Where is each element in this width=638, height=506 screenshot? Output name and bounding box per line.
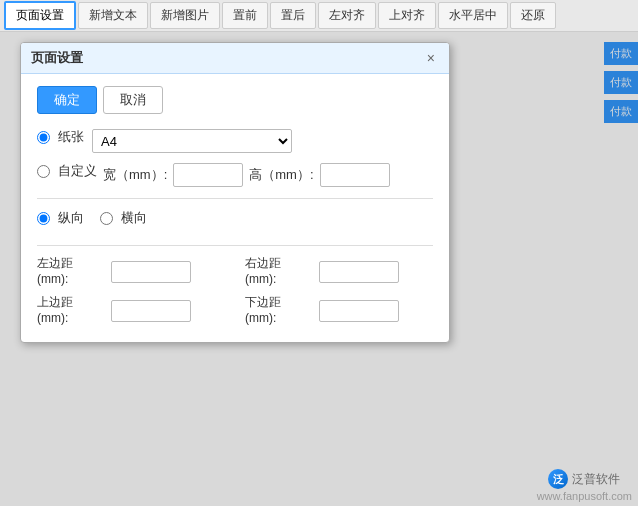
- custom-size-row: 自定义 宽（mm）: 高（mm）:: [37, 162, 433, 188]
- confirm-button[interactable]: 确定: [37, 86, 97, 114]
- landscape-label[interactable]: 横向: [100, 209, 147, 227]
- toolbar-btn-bring-front[interactable]: 置前: [222, 2, 268, 29]
- left-margin-input[interactable]: [111, 261, 191, 283]
- toolbar-btn-align-left[interactable]: 左对齐: [318, 2, 376, 29]
- modal-body: 确定 取消 纸张 A4 A3 B5: [21, 74, 449, 342]
- portrait-text: 纵向: [58, 209, 84, 227]
- cancel-button[interactable]: 取消: [103, 86, 163, 114]
- bottom-margin-field: 下边距(mm):: [245, 295, 433, 326]
- paper-label: 纸张: [58, 128, 84, 146]
- right-margin-input[interactable]: [319, 261, 399, 283]
- watermark-logo: 泛: [548, 469, 568, 489]
- divider-2: [37, 245, 433, 246]
- paper-preset-radio[interactable]: [37, 131, 50, 144]
- landscape-text: 横向: [121, 209, 147, 227]
- paper-section: 纸张 A4 A3 B5 Letter Legal: [37, 128, 433, 188]
- toolbar-btn-restore[interactable]: 还原: [510, 2, 556, 29]
- watermark-url: www.fanpusoft.com: [537, 490, 632, 502]
- portrait-radio[interactable]: [37, 212, 50, 225]
- paper-preset-row: 纸张 A4 A3 B5 Letter Legal: [37, 128, 433, 154]
- action-buttons: 确定 取消: [37, 86, 433, 114]
- main-area: 付款 付款 付款 页面设置 × 确定 取消: [0, 32, 638, 506]
- top-margin-input[interactable]: [111, 300, 191, 322]
- toolbar-btn-add-text[interactable]: 新增文本: [78, 2, 148, 29]
- landscape-radio[interactable]: [100, 212, 113, 225]
- paper-radio-label[interactable]: 纸张: [37, 128, 84, 146]
- width-label: 宽（mm）:: [103, 166, 167, 184]
- modal-header: 页面设置 ×: [21, 43, 449, 74]
- margins-grid: 左边距(mm): 右边距(mm): 上边距(mm):: [37, 256, 433, 326]
- orientation-row: 纵向 横向: [37, 209, 433, 235]
- bottom-margin-input[interactable]: [319, 300, 399, 322]
- custom-radio[interactable]: [37, 165, 50, 178]
- toolbar-btn-add-image[interactable]: 新增图片: [150, 2, 220, 29]
- toolbar-btn-center-horizontal[interactable]: 水平居中: [438, 2, 508, 29]
- toolbar-btn-align-top[interactable]: 上对齐: [378, 2, 436, 29]
- height-input[interactable]: [320, 163, 390, 187]
- page-setup-modal: 页面设置 × 确定 取消 纸张: [20, 42, 450, 343]
- modal-title: 页面设置: [31, 49, 83, 67]
- watermark: 泛 泛普软件 www.fanpusoft.com: [537, 469, 632, 502]
- custom-label: 自定义: [58, 162, 97, 180]
- top-margin-field: 上边距(mm):: [37, 295, 225, 326]
- custom-radio-label[interactable]: 自定义: [37, 162, 97, 180]
- bottom-margin-label: 下边距(mm):: [245, 295, 315, 326]
- toolbar-btn-page-setup[interactable]: 页面设置: [4, 1, 76, 30]
- toolbar: 页面设置 新增文本 新增图片 置前 置后 左对齐 上对齐 水平居中 还原: [0, 0, 638, 32]
- left-margin-field: 左边距(mm):: [37, 256, 225, 287]
- paper-size-select[interactable]: A4 A3 B5 Letter Legal: [92, 129, 292, 153]
- right-margin-field: 右边距(mm):: [245, 256, 433, 287]
- toolbar-btn-send-back[interactable]: 置后: [270, 2, 316, 29]
- modal-close-button[interactable]: ×: [423, 50, 439, 66]
- top-margin-label: 上边距(mm):: [37, 295, 107, 326]
- portrait-label[interactable]: 纵向: [37, 209, 84, 227]
- left-margin-label: 左边距(mm):: [37, 256, 107, 287]
- height-label: 高（mm）:: [249, 166, 313, 184]
- watermark-company: 泛普软件: [572, 471, 620, 488]
- divider-1: [37, 198, 433, 199]
- right-margin-label: 右边距(mm):: [245, 256, 315, 287]
- modal-overlay: 页面设置 × 确定 取消 纸张: [0, 32, 638, 506]
- width-input[interactable]: [173, 163, 243, 187]
